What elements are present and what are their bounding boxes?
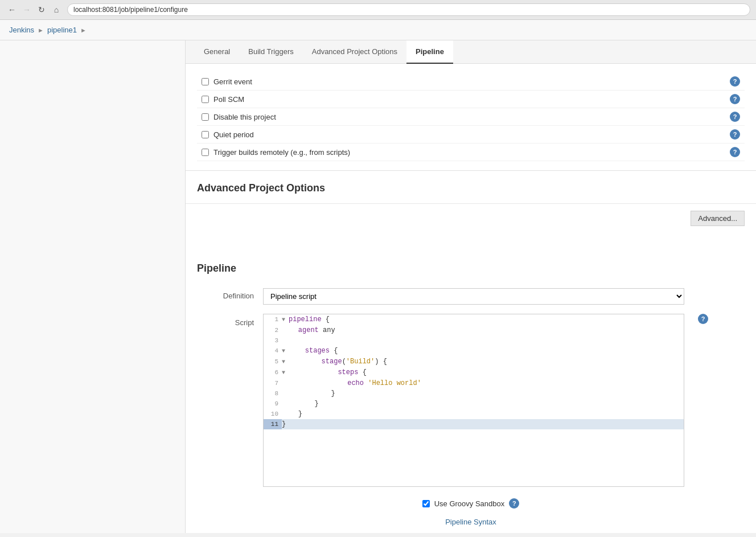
code-line-4: 4 ▼ stages { — [264, 346, 684, 356]
definition-control: Pipeline script Pipeline script from SCM — [263, 288, 745, 305]
gerrit-event-help-icon[interactable]: ? — [730, 76, 740, 87]
code-line-8: 8 } — [264, 388, 684, 399]
address-bar[interactable]: localhost:8081/job/pipeline1/configure — [67, 3, 750, 16]
poll-scm-help-icon[interactable]: ? — [730, 94, 740, 104]
code-line-11: 11 } — [264, 419, 684, 429]
code-line-10: 10 } — [264, 409, 684, 419]
line-num-10: 10 — [264, 409, 282, 419]
line-text-7: echo 'Hello world' — [282, 378, 421, 388]
code-line-6: 6 ▼ steps { — [264, 367, 684, 378]
quiet-period-help-icon[interactable]: ? — [730, 129, 740, 140]
disable-project-label[interactable]: Disable this project — [213, 113, 725, 121]
config-area: General Build Triggers Advanced Project … — [185, 40, 756, 533]
code-line-2: 2 agent any — [264, 325, 684, 335]
build-triggers-section: Gerrit event ? Poll SCM ? Disable this p… — [186, 64, 756, 171]
trigger-remotely-checkbox[interactable] — [202, 149, 209, 156]
quiet-period-row: Quiet period ? — [197, 126, 745, 144]
disable-project-row: Disable this project ? — [197, 108, 745, 126]
line-text-10: } — [282, 409, 302, 419]
poll-scm-label[interactable]: Poll SCM — [213, 95, 725, 104]
advanced-project-options-heading: Advanced Project Options — [186, 171, 756, 204]
quiet-period-label[interactable]: Quiet period — [213, 130, 725, 139]
script-help-icon[interactable]: ? — [698, 314, 708, 324]
line-text-2: agent any — [282, 325, 335, 335]
poll-scm-row: Poll SCM ? — [197, 91, 745, 108]
line-num-2: 2 — [264, 325, 282, 335]
pipeline-section: Pipeline Definition Pipeline script Pipe… — [186, 251, 756, 533]
line-text-9: } — [282, 399, 319, 409]
syntax-link-row: Pipeline Syntax — [186, 515, 756, 533]
code-line-3: 3 — [264, 335, 684, 346]
pipeline-heading: Pipeline — [186, 251, 756, 284]
breadcrumb-arrow-2: ► — [80, 27, 87, 34]
gerrit-event-checkbox[interactable] — [202, 78, 209, 85]
line-text-4: ▼ stages { — [282, 346, 338, 356]
line-text-11: } — [282, 419, 286, 429]
advanced-project-options-section: Advanced Project Options Advanced... — [186, 171, 756, 251]
forward-button[interactable]: → — [20, 3, 33, 16]
trigger-remotely-label[interactable]: Trigger builds remotely (e.g., from scri… — [213, 148, 725, 157]
script-row: Script 1 ▼ pipeline { 2 — [186, 309, 756, 491]
advanced-button[interactable]: Advanced... — [691, 211, 745, 226]
gerrit-event-label[interactable]: Gerrit event — [213, 77, 725, 86]
advanced-options-content: Advanced... — [186, 204, 756, 233]
breadcrumb: Jenkins ► pipeline1 ► — [0, 20, 756, 40]
line-num-5: 5 — [264, 356, 282, 367]
quiet-period-checkbox[interactable] — [202, 131, 209, 138]
line-num-3: 3 — [264, 335, 282, 346]
breadcrumb-arrow-1: ► — [38, 27, 44, 34]
line-num-11: 11 — [264, 419, 282, 429]
main-content: General Build Triggers Advanced Project … — [0, 40, 756, 533]
code-editor[interactable]: 1 ▼ pipeline { 2 agent any 3 — [263, 314, 684, 487]
code-line-7: 7 echo 'Hello world' — [264, 378, 684, 388]
breadcrumb-pipeline1[interactable]: pipeline1 — [47, 26, 77, 34]
code-line-5: 5 ▼ stage('Build') { — [264, 356, 684, 367]
browser-chrome: ← → ↻ ⌂ localhost:8081/job/pipeline1/con… — [0, 0, 756, 20]
tab-general[interactable]: General — [195, 40, 239, 64]
home-button[interactable]: ⌂ — [50, 3, 63, 16]
definition-row: Definition Pipeline script Pipeline scri… — [186, 284, 756, 309]
back-button[interactable]: ← — [6, 3, 18, 16]
definition-select[interactable]: Pipeline script Pipeline script from SCM — [263, 288, 684, 305]
left-sidebar — [0, 40, 185, 533]
script-editor-container: 1 ▼ pipeline { 2 agent any 3 — [263, 314, 684, 487]
trigger-remotely-help-icon[interactable]: ? — [730, 147, 740, 157]
poll-scm-checkbox[interactable] — [202, 96, 209, 103]
definition-label: Definition — [197, 288, 254, 300]
tab-pipeline[interactable]: Pipeline — [406, 40, 453, 64]
line-text-8: } — [282, 388, 335, 399]
line-text-5: ▼ stage('Build') { — [282, 356, 387, 367]
nav-buttons: ← → ↻ ⌂ — [6, 3, 63, 16]
line-num-8: 8 — [264, 388, 282, 399]
reload-button[interactable]: ↻ — [35, 3, 48, 16]
groovy-sandbox-row: Use Groovy Sandbox ? — [186, 491, 756, 515]
tab-build-triggers[interactable]: Build Triggers — [239, 40, 302, 64]
tab-advanced-project-options[interactable]: Advanced Project Options — [303, 40, 406, 64]
code-empty-area[interactable] — [264, 429, 684, 486]
disable-project-checkbox[interactable] — [202, 113, 209, 121]
pipeline-syntax-link[interactable]: Pipeline Syntax — [445, 518, 496, 526]
gerrit-event-row: Gerrit event ? — [197, 73, 745, 91]
disable-project-help-icon[interactable]: ? — [730, 112, 740, 122]
groovy-sandbox-checkbox[interactable] — [422, 500, 430, 507]
line-num-7: 7 — [264, 378, 282, 388]
breadcrumb-jenkins[interactable]: Jenkins — [9, 26, 34, 34]
line-text-1: ▼ pipeline { — [282, 314, 330, 325]
line-num-1: 1 — [264, 314, 282, 325]
line-num-4: 4 — [264, 346, 282, 356]
line-num-6: 6 — [264, 367, 282, 378]
line-text-6: ▼ steps { — [282, 367, 367, 378]
tabs-bar: General Build Triggers Advanced Project … — [186, 40, 756, 64]
line-num-9: 9 — [264, 399, 282, 409]
groovy-sandbox-help-icon[interactable]: ? — [509, 498, 519, 509]
script-label: Script — [197, 314, 254, 327]
trigger-remotely-row: Trigger builds remotely (e.g., from scri… — [197, 144, 745, 161]
code-line-9: 9 } — [264, 399, 684, 409]
code-line-1: 1 ▼ pipeline { — [264, 314, 684, 325]
groovy-sandbox-label[interactable]: Use Groovy Sandbox — [434, 499, 505, 508]
